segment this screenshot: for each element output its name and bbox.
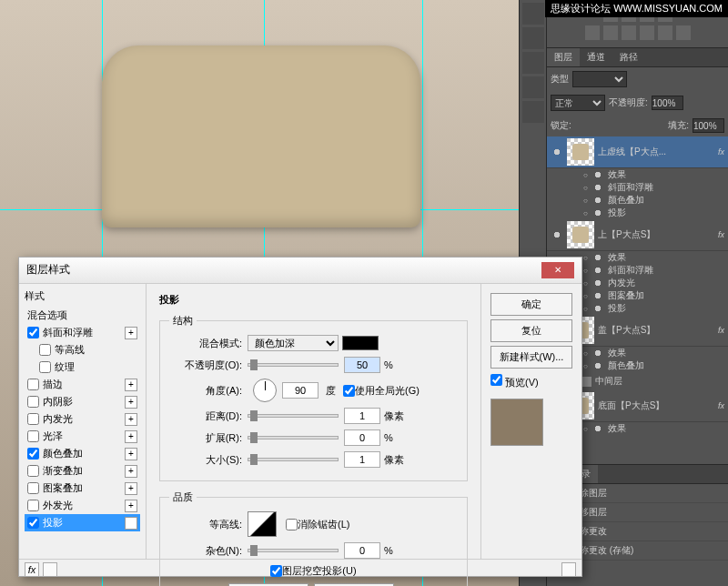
style-row[interactable]: 斜面和浮雕+ [25, 324, 140, 341]
spread-input[interactable] [344, 429, 380, 446]
up-down-icon[interactable] [43, 562, 57, 577]
noise-input[interactable] [344, 542, 380, 559]
visibility-icon[interactable] [592, 251, 604, 264]
fx-item[interactable]: 颜色叠加 [547, 194, 728, 207]
style-checkbox[interactable] [27, 517, 39, 529]
balance-icon[interactable] [622, 25, 636, 40]
ok-button[interactable]: 确定 [490, 293, 572, 316]
visibility-icon[interactable] [592, 264, 604, 277]
style-checkbox[interactable] [27, 465, 39, 477]
layer-name[interactable]: 上【P大点S】 [598, 228, 716, 241]
blend-mode-select[interactable]: 正常 [551, 95, 605, 111]
layer-name[interactable]: 中间层 [595, 375, 724, 388]
fx-item[interactable]: 投影 [547, 207, 728, 219]
layer-thumbnail[interactable] [567, 221, 594, 248]
style-row[interactable]: 等高线 [25, 341, 140, 359]
style-checkbox[interactable] [39, 361, 51, 373]
cancel-button[interactable]: 复位 [490, 319, 572, 342]
char-icon[interactable] [522, 76, 544, 98]
distance-slider[interactable] [248, 414, 339, 418]
distance-input[interactable] [344, 408, 380, 424]
fx-badge[interactable]: fx [718, 401, 724, 410]
contour-picker[interactable] [248, 511, 277, 537]
add-style-icon[interactable]: + [125, 430, 137, 443]
add-style-icon[interactable]: + [125, 327, 137, 339]
fill-input[interactable] [693, 118, 724, 133]
fx-item[interactable]: 斜面和浮雕 [547, 181, 728, 194]
feather-icon[interactable] [522, 3, 544, 25]
visibility-icon[interactable] [592, 194, 604, 207]
style-row[interactable]: 外发光+ [25, 497, 140, 514]
dialog-titlebar[interactable]: 图层样式 ✕ [19, 258, 581, 284]
add-style-icon[interactable]: + [125, 482, 137, 495]
opacity-slider[interactable] [248, 363, 339, 367]
opacity-input[interactable] [344, 357, 380, 373]
global-light-checkbox[interactable] [343, 385, 355, 397]
fx-item[interactable]: 效果 [547, 168, 728, 181]
visibility-icon[interactable] [592, 168, 604, 181]
style-checkbox[interactable] [27, 327, 39, 338]
add-style-icon[interactable]: + [125, 379, 137, 391]
style-checkbox[interactable] [27, 448, 39, 460]
style-row[interactable]: 颜色叠加+ [25, 445, 140, 462]
photo-filter-icon[interactable] [658, 25, 672, 40]
add-style-icon[interactable]: + [125, 517, 137, 530]
noise-slider[interactable] [248, 549, 339, 552]
layer-name[interactable]: 盖【P大点S】 [598, 324, 716, 337]
brush-icon[interactable] [522, 52, 544, 74]
fx-icon[interactable]: fx [25, 562, 39, 577]
layer-name[interactable]: 底面【P大点S】 [598, 399, 716, 412]
style-checkbox[interactable] [27, 482, 39, 494]
size-input[interactable] [344, 451, 380, 468]
bw-icon[interactable] [640, 25, 654, 40]
size-slider[interactable] [248, 458, 339, 461]
style-checkbox[interactable] [27, 379, 39, 390]
style-row[interactable]: 内发光+ [25, 410, 140, 428]
visibility-icon[interactable] [592, 289, 604, 302]
visibility-icon[interactable] [592, 422, 604, 435]
style-row[interactable]: 图案叠加+ [25, 480, 140, 497]
add-style-icon[interactable]: + [125, 413, 137, 426]
add-style-icon[interactable]: + [125, 465, 137, 478]
close-button[interactable]: ✕ [541, 262, 574, 278]
layer-item[interactable]: 上虚线【P大点... fx [547, 136, 728, 168]
angle-dial[interactable] [253, 379, 277, 402]
style-row[interactable]: 内阴影+ [25, 393, 140, 410]
style-checkbox[interactable] [39, 344, 51, 356]
style-row[interactable]: 投影+ [25, 514, 140, 531]
blend-options-row[interactable]: 混合选项 [25, 307, 140, 324]
add-style-icon[interactable]: + [125, 396, 137, 409]
kind-select[interactable] [572, 71, 627, 87]
para-icon[interactable] [522, 101, 544, 123]
fx-badge[interactable]: fx [718, 147, 724, 157]
mixer-icon[interactable] [676, 25, 691, 40]
preview-checkbox[interactable] [490, 374, 502, 386]
visibility-icon[interactable] [551, 146, 563, 158]
fx-badge[interactable]: fx [718, 326, 724, 335]
layer-item[interactable]: 上【P大点S】 fx [547, 219, 728, 251]
tab-paths[interactable]: 路径 [612, 48, 645, 66]
layer-name[interactable]: 上虚线【P大点... [598, 146, 716, 158]
visibility-icon[interactable] [592, 277, 604, 289]
visibility-icon[interactable] [592, 181, 604, 194]
vibrance-icon[interactable] [585, 25, 600, 40]
add-style-icon[interactable]: + [125, 448, 137, 460]
visibility-icon[interactable] [592, 359, 604, 372]
style-row[interactable]: 渐变叠加+ [25, 462, 140, 480]
visibility-icon[interactable] [592, 347, 604, 359]
antialias-checkbox[interactable] [286, 519, 298, 530]
spread-slider[interactable] [248, 436, 339, 440]
angle-input[interactable] [282, 382, 318, 399]
visibility-icon[interactable] [592, 207, 604, 219]
style-checkbox[interactable] [27, 500, 39, 511]
trash-icon[interactable] [561, 562, 576, 577]
opacity-input[interactable] [652, 96, 683, 110]
style-checkbox[interactable] [27, 430, 39, 442]
tab-channels[interactable]: 通道 [580, 48, 612, 66]
fx-badge[interactable]: fx [718, 230, 724, 239]
add-style-icon[interactable]: + [125, 500, 137, 512]
knockout-checkbox[interactable] [270, 565, 282, 577]
blend-mode-select[interactable]: 颜色加深 [248, 335, 339, 351]
style-row[interactable]: 纹理 [25, 359, 140, 376]
swap-icon[interactable] [522, 27, 544, 49]
